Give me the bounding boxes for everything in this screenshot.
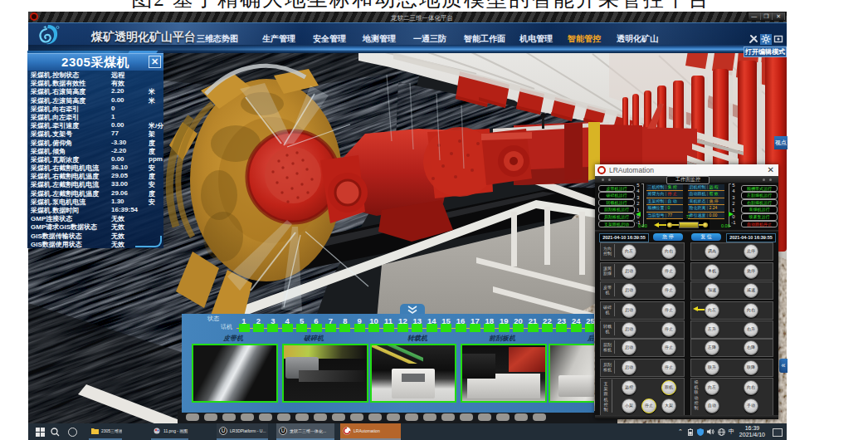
svg-text:U: U — [222, 428, 226, 433]
svg-text:U: U — [281, 428, 285, 433]
